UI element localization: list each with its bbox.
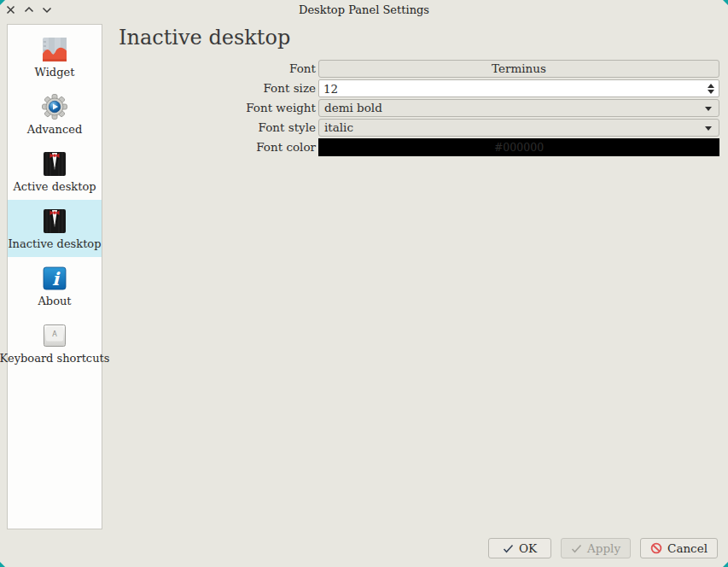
shade-up-icon[interactable] [23,4,34,15]
corner-accent [0,562,5,567]
font-color-label: Font color [111,140,316,155]
sidebar-item-label: Inactive desktop [8,237,101,250]
check-icon [503,544,514,553]
cancel-button[interactable]: Cancel [640,538,718,558]
font-weight-value: demi bold [324,101,382,114]
spinner-arrows[interactable] [703,80,719,96]
font-picker-button[interactable]: Terminus [318,60,719,78]
window-controls [5,4,52,15]
cancel-icon [650,542,662,554]
sidebar-item-active-desktop[interactable]: Active desktop [8,143,102,200]
dialog-buttons: OK Apply Cancel [488,538,718,558]
ok-button[interactable]: OK [488,538,551,558]
sidebar-item-label: Keyboard shortcuts [0,352,109,365]
sidebar-item-label: Active desktop [13,180,96,193]
font-weight-label: Font weight [111,101,316,115]
sidebar-item-label: Widget [35,66,75,79]
titlebar: Desktop Panel Settings [0,0,728,20]
corner-accent [723,562,728,567]
category-sidebar: Widget [7,24,102,529]
sidebar-item-label: Advanced [27,123,82,136]
sidebar-item-inactive-desktop[interactable]: Inactive desktop [8,200,102,257]
font-settings-form: Font Terminus Font size Font weight demi… [111,60,719,156]
apply-button[interactable]: Apply [561,538,631,558]
tuxedo-icon [41,150,68,178]
tuxedo-icon [41,208,68,235]
font-size-spinner [318,79,719,97]
svg-text:A: A [52,330,57,338]
corner-accent [723,0,728,5]
font-style-value: italic [324,120,353,134]
spinner-down-icon[interactable] [708,90,714,94]
sidebar-item-about[interactable]: i About [8,257,102,314]
shade-down-icon[interactable] [41,4,52,15]
font-color-swatch[interactable]: #000000 [318,138,719,156]
font-size-label: Font size [111,81,316,96]
keyboard-key-icon: A [41,322,68,349]
cancel-button-label: Cancel [667,541,708,555]
gear-icon [41,93,68,120]
chevron-down-icon [705,107,712,111]
font-style-label: Font style [111,120,316,135]
main-content: Inactive desktop Font Terminus Font size… [111,24,719,156]
font-style-dropdown[interactable]: italic [318,119,719,137]
sidebar-item-label: About [38,295,71,307]
spinner-up-icon[interactable] [708,84,714,88]
info-icon: i [41,265,68,292]
window-title: Desktop Panel Settings [0,0,728,20]
font-size-input[interactable] [319,80,703,96]
chart-icon [41,36,68,63]
chevron-down-icon [705,126,712,131]
ok-button-label: OK [519,541,537,555]
check-icon [571,544,582,553]
sidebar-item-keyboard-shortcuts[interactable]: A Keyboard shortcuts [8,314,102,371]
font-label: Font [111,61,316,76]
page-title: Inactive desktop [119,26,719,50]
sidebar-item-widget[interactable]: Widget [8,28,102,85]
close-icon[interactable] [5,4,16,15]
apply-button-label: Apply [587,541,620,555]
font-weight-dropdown[interactable]: demi bold [318,99,719,117]
sidebar-item-advanced[interactable]: Advanced [8,85,102,143]
desktop-panel-settings-window: Desktop Panel Settings Widget [0,0,728,567]
corner-accent [0,0,5,5]
